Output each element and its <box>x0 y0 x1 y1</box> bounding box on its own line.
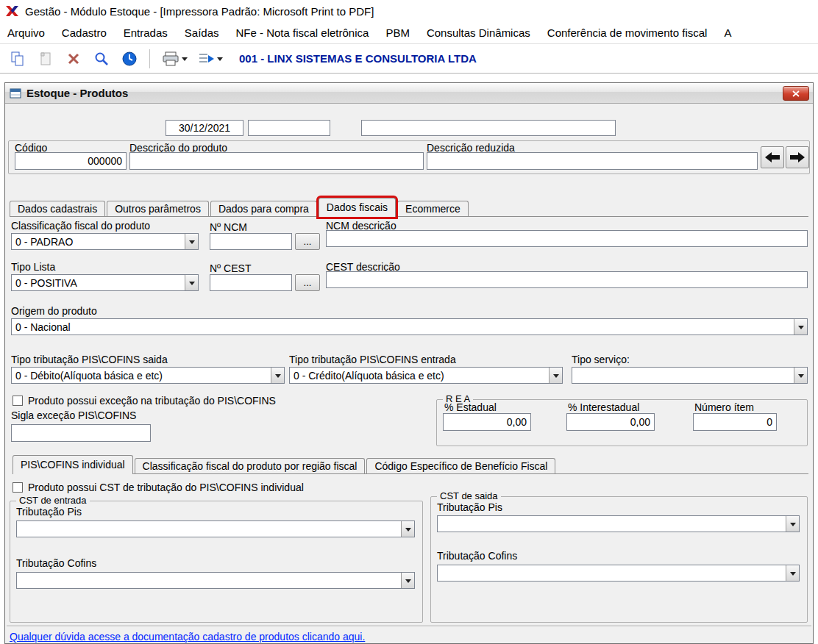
date-field[interactable]: 30/12/2021 <box>166 120 243 136</box>
tipo-servico-select[interactable] <box>572 367 808 384</box>
dialog-title: Estoque - Produtos <box>26 87 128 99</box>
chevron-down-icon[interactable] <box>217 57 223 64</box>
numero-item-label: Número ítem <box>694 401 754 413</box>
dropdown-button[interactable] <box>271 368 284 383</box>
window-titlebar: Gestão - Módulo Estoque - [Impressora Pa… <box>0 0 818 22</box>
company-selector[interactable]: 001 - LINX SISTEMAS E CONSULTORIA LTDA <box>239 52 477 65</box>
menu-arquivo[interactable]: Arquivo <box>7 26 45 39</box>
excecao-pis-cofins-checkbox[interactable]: Produto possui exceção na tributação do … <box>13 395 276 407</box>
window-title: Gestão - Módulo Estoque - [Impressora Pa… <box>25 5 374 18</box>
origem-produto-value: 0 - Nacional <box>12 319 794 334</box>
subtab-pis-cofins-individual[interactable]: PIS\COFINS individual <box>13 455 133 474</box>
export-icon <box>198 51 215 66</box>
saida-cofins-label: Tributação Cofins <box>437 550 517 562</box>
cst-checkbox-label: Produto possui CST de tributação do PIS\… <box>28 482 304 493</box>
descricao-reduzida-input[interactable] <box>427 152 758 170</box>
next-record-button[interactable] <box>786 146 809 168</box>
numero-item-input[interactable]: 0 <box>693 413 777 431</box>
cst-entrada-title: CST de entrada <box>16 495 90 506</box>
menu-conferencia-movimento-fiscal[interactable]: Conferência de movimento fiscal <box>547 26 708 39</box>
rea-group: R E A % Estadual 0,00 % Interestadual 0,… <box>436 399 808 446</box>
documentation-link[interactable]: Qualquer dúvida acesse a documentação ca… <box>10 631 365 643</box>
tab-outros-parametros[interactable]: Outros parâmetros <box>107 201 209 216</box>
sigla-excecao-input[interactable] <box>11 424 151 442</box>
history-button[interactable] <box>118 49 141 69</box>
menu-consultas-dinamicas[interactable]: Consultas Dinâmicas <box>427 26 530 39</box>
ncm-input[interactable] <box>210 233 292 250</box>
origem-produto-select[interactable]: 0 - Nacional <box>11 318 808 335</box>
dropdown-button[interactable] <box>794 368 807 383</box>
descricao-produto-input[interactable] <box>129 152 424 170</box>
cest-lookup-button[interactable]: ... <box>295 274 320 291</box>
cst-saida-group: CST de saida Tributação Pis Tributação C… <box>430 496 808 623</box>
product-header-group: Código 000000 Descrição do produto Descr… <box>8 140 810 174</box>
ncm-lookup-button[interactable]: ... <box>295 233 320 250</box>
toolbar-separator <box>149 49 151 68</box>
application-window: Gestão - Módulo Estoque - [Impressora Pa… <box>0 0 818 644</box>
chevron-down-icon <box>790 572 796 579</box>
entrada-pis-select[interactable] <box>16 520 415 537</box>
subtab-codigo-beneficio-fiscal[interactable]: Código Específico de Benefício Fiscal <box>366 458 555 473</box>
dropdown-button[interactable] <box>185 275 198 290</box>
top-field-2[interactable] <box>248 120 330 136</box>
menu-entradas[interactable]: Entradas <box>124 26 168 39</box>
pis-entrada-label: Tipo tributação PIS\COFINS entrada <box>289 354 456 365</box>
tab-dados-para-compra[interactable]: Dados para compra <box>210 201 317 216</box>
tab-ecommerce[interactable]: Ecommerce <box>397 201 469 216</box>
chevron-down-icon <box>790 523 796 529</box>
tab-dados-fiscais[interactable]: Dados fiscais <box>319 198 396 217</box>
cst-individual-checkbox[interactable]: Produto possui CST de tributação do PIS\… <box>13 482 304 493</box>
new-button[interactable] <box>34 49 57 69</box>
menu-pbm[interactable]: PBM <box>385 26 410 39</box>
delete-button[interactable] <box>62 49 85 69</box>
entrada-pis-value <box>17 521 401 537</box>
saida-pis-label: Tributação Pis <box>437 501 502 513</box>
codigo-input[interactable]: 000000 <box>15 152 127 170</box>
excecao-checkbox-label: Produto possui exceção na tributação do … <box>28 395 276 407</box>
chevron-down-icon <box>553 374 559 381</box>
ncm-descricao-input[interactable] <box>326 230 808 247</box>
search-button[interactable] <box>90 49 113 69</box>
top-field-3[interactable] <box>361 120 616 136</box>
print-button[interactable] <box>159 50 191 68</box>
dropdown-button[interactable] <box>786 516 799 532</box>
export-button[interactable] <box>195 50 226 68</box>
dialog-titlebar[interactable]: Estoque - Produtos <box>5 83 813 104</box>
checkbox-icon[interactable] <box>13 482 23 493</box>
menu-nfe[interactable]: NFe - Nota fiscal eletrônica <box>235 26 369 39</box>
dropdown-button[interactable] <box>786 565 799 581</box>
saida-pis-select[interactable] <box>437 515 800 532</box>
dropdown-button[interactable] <box>401 521 414 537</box>
menu-truncated[interactable]: A <box>724 26 731 39</box>
dropdown-button[interactable] <box>185 234 198 249</box>
dropdown-button[interactable] <box>794 319 807 334</box>
classificacao-fiscal-label: Classificação fiscal do produto <box>11 220 150 232</box>
entrada-cofins-select[interactable] <box>16 572 415 589</box>
cest-input[interactable] <box>210 274 292 291</box>
pis-saida-select[interactable]: 0 - Débito(Alíquota básica e etc) <box>11 367 285 384</box>
dropdown-button[interactable] <box>401 573 414 588</box>
menu-saidas[interactable]: Saídas <box>185 26 219 39</box>
saida-cofins-select[interactable] <box>437 565 800 582</box>
cest-label: Nº CEST <box>210 262 251 274</box>
chevron-down-icon[interactable] <box>182 57 188 64</box>
pis-saida-value: 0 - Débito(Alíquota básica e etc) <box>12 368 271 383</box>
previous-record-button[interactable] <box>761 146 784 168</box>
close-button[interactable] <box>783 86 809 101</box>
subtab-classificacao-regiao-fiscal[interactable]: Classificação fiscal do produto por regi… <box>135 458 366 473</box>
pis-entrada-select[interactable]: 0 - Crédito(Alíquota básica e etc) <box>289 367 563 384</box>
dropdown-button[interactable] <box>549 368 562 383</box>
classificacao-fiscal-select[interactable]: 0 - PADRAO <box>11 233 199 250</box>
new-document-icon <box>38 51 54 67</box>
origem-produto-label: Origem do produto <box>11 305 97 317</box>
checkbox-icon[interactable] <box>13 396 23 406</box>
interestadual-input[interactable]: 0,00 <box>566 413 655 431</box>
menu-cadastro[interactable]: Cadastro <box>62 26 107 39</box>
tab-dados-cadastrais[interactable]: Dados cadastrais <box>10 201 105 216</box>
cest-descricao-input[interactable] <box>326 271 808 288</box>
copy-button[interactable] <box>6 49 29 69</box>
app-logo-icon <box>6 5 19 17</box>
entrada-cofins-value <box>17 573 401 588</box>
estadual-input[interactable]: 0,00 <box>443 413 531 431</box>
tipo-lista-select[interactable]: 0 - POSITIVA <box>11 274 199 291</box>
